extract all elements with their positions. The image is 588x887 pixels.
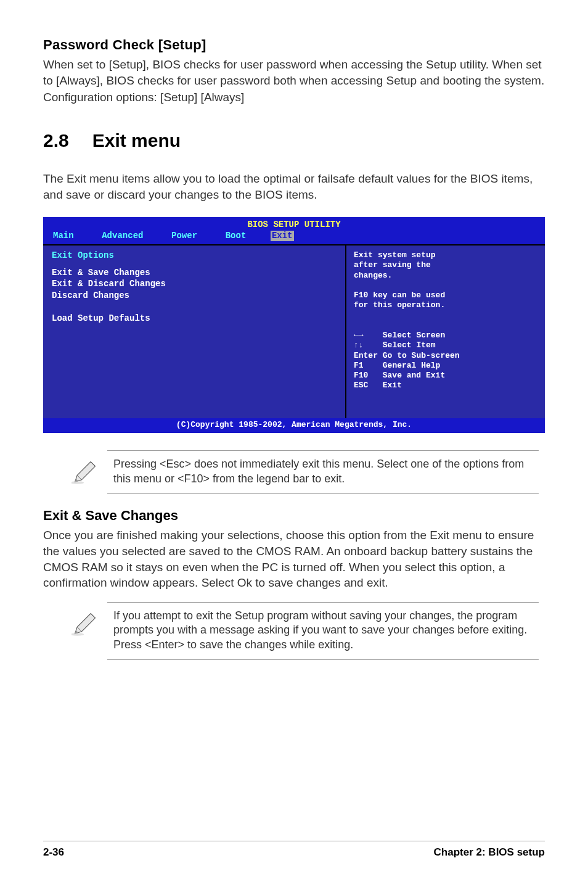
bios-topbar: BIOS SETUP UTILITY Main Advanced Power B… [43,217,545,244]
nav-row: ↑↓ Select Item [354,340,537,350]
note-text: Pressing <Esc> does not immediately exit… [113,457,539,486]
nav-row: ESC Exit [354,381,537,390]
bios-copyright: (C)Copyright 1985-2002, American Megatre… [43,418,545,433]
bios-menu-item: Load Setup Defaults [52,313,337,324]
bios-tab-boot: Boot [222,231,250,242]
bios-right-pane: Exit system setup after saving the chang… [346,245,545,418]
bios-nav-help: ←→ Select Screen ↑↓ Select Item Enter Go… [354,331,537,391]
section-number: 2.8 [43,130,69,151]
bios-tab-advanced: Advanced [98,231,147,242]
bios-menu-item: Exit & Discard Changes [52,279,337,290]
bios-title: BIOS SETUP UTILITY [43,217,545,231]
chapter-label: Chapter 2: BIOS setup [434,846,545,859]
paragraph: The Exit menu items allow you to load th… [43,171,545,202]
bios-left-pane: Exit Options Exit & Save Changes Exit & … [43,245,346,418]
nav-row: ←→ Select Screen [354,331,537,340]
pencil-icon [71,458,99,485]
nav-row: F1 General Help [354,361,537,371]
page-footer: 2-36 Chapter 2: BIOS setup [43,841,545,859]
bios-menu-item: Exit & Save Changes [52,268,337,279]
nav-row: F10 Save and Exit [354,371,537,381]
bios-left-title: Exit Options [52,250,337,262]
help-line [354,281,537,291]
note-text: If you attempt to exit the Setup program… [113,609,539,652]
nav-row: Enter Go to Sub-screen [354,351,537,361]
section-header: 2.8 Exit menu [43,130,545,151]
svg-point-0 [71,482,84,485]
bios-menu-item [52,302,337,313]
paragraph: When set to [Setup], BIOS checks for use… [43,57,545,88]
divider [107,450,539,451]
bios-help-text: Exit system setup after saving the chang… [354,250,537,324]
section-title: Exit menu [92,130,181,151]
note-block: Pressing <Esc> does not immediately exit… [68,453,539,491]
pencil-icon [71,610,99,637]
bios-tabs: Main Advanced Power Boot Exit [43,231,545,243]
help-line: for this operation. [354,300,537,310]
bios-tab-main: Main [49,231,78,242]
bios-screenshot: BIOS SETUP UTILITY Main Advanced Power B… [43,217,545,433]
bios-tab-power: Power [168,231,201,242]
paragraph: Once you are finished making your select… [43,527,545,591]
svg-point-1 [71,633,84,636]
bios-body: Exit Options Exit & Save Changes Exit & … [43,244,545,418]
help-line: Exit system setup [354,250,537,260]
heading-exit-save: Exit & Save Changes [43,508,545,524]
page-number: 2-36 [43,846,64,859]
paragraph: Configuration options: [Setup] [Always] [43,89,545,105]
help-line: changes. [354,271,537,281]
divider [107,493,539,494]
divider [107,659,539,660]
divider [107,602,539,603]
help-line: after saving the [354,260,537,270]
bios-tab-exit: Exit [271,231,294,242]
bios-menu-item: Discard Changes [52,291,337,302]
note-block: If you attempt to exit the Setup program… [68,605,539,657]
heading-password-check: Password Check [Setup] [43,37,545,53]
help-line: F10 key can be used [354,291,537,300]
